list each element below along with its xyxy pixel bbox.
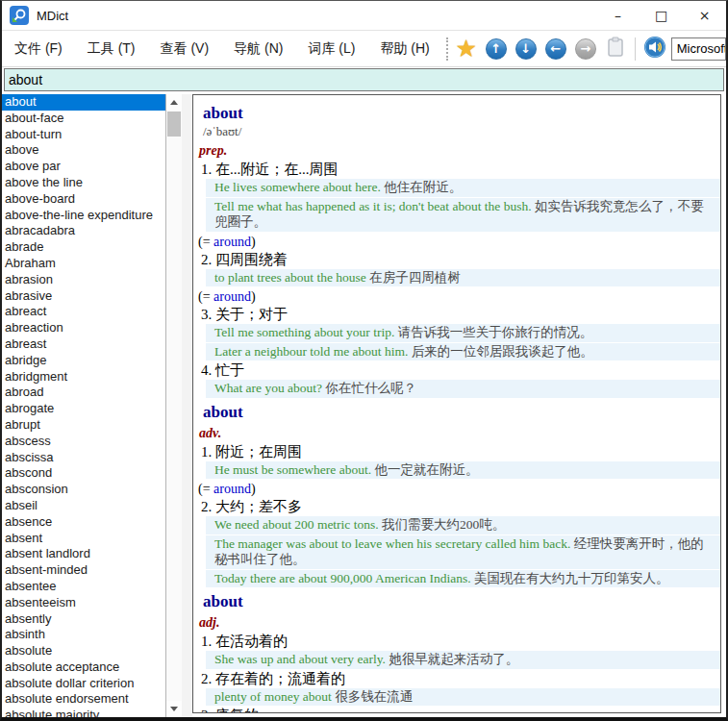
scroll-down-button[interactable]: ↓ bbox=[515, 37, 538, 61]
word-list-item[interactable]: above-the-line expenditure bbox=[2, 208, 165, 224]
scroll-up-button[interactable]: ↑ bbox=[485, 37, 508, 61]
word-list-item[interactable]: about-face bbox=[2, 111, 165, 127]
example-chinese: 他一定就在附近。 bbox=[374, 462, 478, 477]
menu-library[interactable]: 词库 (L) bbox=[295, 40, 367, 58]
arrow-up-icon: ↑ bbox=[486, 38, 507, 60]
word-list-item[interactable]: abrade bbox=[2, 239, 165, 256]
word-list-item[interactable]: absenteeism bbox=[2, 595, 165, 611]
menu-help[interactable]: 帮助 (H) bbox=[367, 40, 441, 58]
synonym-link[interactable]: around bbox=[213, 235, 251, 249]
word-list-item[interactable]: absent-minded bbox=[2, 562, 165, 579]
sense-number: 3. bbox=[201, 307, 215, 322]
example-sentence: Tell me what has happened as it is; don'… bbox=[206, 198, 720, 232]
word-list-item[interactable]: absolute dollar criterion bbox=[2, 676, 165, 692]
word-list-item[interactable]: abreact bbox=[2, 304, 165, 320]
word-list-item[interactable]: absence bbox=[2, 514, 165, 531]
example-chinese: 你在忙什么呢？ bbox=[325, 381, 416, 395]
menu-navigate[interactable]: 导航 (N) bbox=[221, 40, 295, 58]
word-list-item[interactable]: abseil bbox=[2, 498, 165, 514]
mdict-app-icon bbox=[10, 6, 29, 25]
word-list-item[interactable]: abrogate bbox=[2, 401, 165, 417]
example-chinese: 后来的一位邻居跟我谈起了他。 bbox=[412, 344, 593, 359]
example-chinese: 请告诉我一些关于你旅行的情况。 bbox=[398, 325, 593, 339]
word-list-item[interactable]: abscissa bbox=[2, 450, 165, 466]
word-list-item[interactable]: absinth bbox=[2, 627, 165, 643]
word-list-item[interactable]: above the line bbox=[2, 175, 165, 191]
synonym-link[interactable]: around bbox=[213, 482, 251, 496]
favorites-button[interactable]: ★ bbox=[455, 37, 478, 61]
scrollbar-up-arrow-icon[interactable] bbox=[166, 94, 182, 111]
example-english: We need about 200 metric tons. bbox=[214, 517, 379, 532]
panel-splitter[interactable] bbox=[182, 94, 192, 717]
maximize-button[interactable]: □ bbox=[640, 1, 683, 30]
example-chinese: 在房子四周植树 bbox=[369, 270, 461, 285]
title-bar: MDict –□× bbox=[2, 1, 726, 31]
example-english: Later a neighbour told me about him. bbox=[214, 344, 408, 359]
word-list-item[interactable]: about-turn bbox=[2, 127, 165, 143]
menu-tools[interactable]: 工具 (T) bbox=[75, 40, 148, 58]
word-list-item[interactable]: above-board bbox=[2, 191, 165, 208]
search-bar bbox=[2, 67, 726, 94]
word-list-item[interactable]: absentee bbox=[2, 579, 165, 595]
forward-button[interactable]: → bbox=[574, 37, 597, 61]
word-list-item[interactable]: Abraham bbox=[2, 256, 165, 272]
word-list-item[interactable]: abscess bbox=[2, 434, 165, 450]
paste-button[interactable] bbox=[604, 37, 627, 61]
synonym-prefix: (= bbox=[198, 235, 213, 249]
word-list-item[interactable]: absolute endorsement bbox=[2, 691, 165, 708]
word-list: aboutabout-faceabout-turnaboveabove para… bbox=[2, 94, 165, 717]
word-list-item[interactable]: absconsion bbox=[2, 482, 165, 498]
word-list-item[interactable]: absent landlord bbox=[2, 546, 165, 562]
dictionary-entry: about/əˈbaʊt/prep.1. 在...附近；在...周围He liv… bbox=[193, 104, 720, 398]
word-list-item[interactable]: above bbox=[2, 142, 165, 159]
word-list-item[interactable]: about bbox=[2, 94, 165, 111]
dictionary-select[interactable]: Microsoft Huihui Desktop - bbox=[671, 37, 726, 61]
example-english: Tell me something about your trip. bbox=[214, 325, 394, 339]
sense-definition: 4. 忙于 bbox=[201, 361, 720, 379]
definition-text: 大约；差不多 bbox=[215, 499, 302, 514]
back-button[interactable]: ← bbox=[544, 37, 567, 61]
synonym-link[interactable]: around bbox=[213, 289, 251, 304]
sense-number: 1. bbox=[201, 162, 215, 177]
menu-view[interactable]: 查看 (V) bbox=[148, 40, 222, 58]
word-list-item[interactable]: abridgment bbox=[2, 369, 165, 385]
word-list-item[interactable]: abroad bbox=[2, 385, 165, 401]
word-list-item[interactable]: abrasive bbox=[2, 288, 165, 305]
example-sentence: He must be somewhere about. 他一定就在附近。 bbox=[206, 461, 720, 480]
example-chinese: 她很早就起来活动了。 bbox=[389, 652, 518, 666]
example-english: What are you about? bbox=[214, 381, 322, 395]
word-list-item[interactable]: abridge bbox=[2, 353, 165, 369]
close-button[interactable]: × bbox=[683, 1, 726, 30]
example-chinese: 美国现在有大约九十万印第安人。 bbox=[474, 571, 669, 585]
word-list-item[interactable]: abracadabra bbox=[2, 223, 165, 239]
word-list-item[interactable]: above par bbox=[2, 159, 165, 175]
minimize-button[interactable]: – bbox=[596, 1, 640, 30]
speak-button[interactable] bbox=[643, 37, 666, 61]
scrollbar-thumb[interactable] bbox=[167, 112, 181, 137]
example-sentence: We need about 200 metric tons. 我们需要大约200… bbox=[206, 516, 720, 535]
synonym-suffix: ) bbox=[251, 289, 256, 304]
word-list-item[interactable]: absolute acceptance bbox=[2, 659, 165, 676]
menu-file[interactable]: 文件 (F) bbox=[2, 40, 75, 58]
word-list-scrollbar[interactable] bbox=[165, 94, 182, 717]
sense-number: 1. bbox=[201, 444, 215, 460]
word-list-item[interactable]: absolute majority bbox=[2, 708, 165, 717]
scrollbar-down-arrow-icon[interactable] bbox=[166, 701, 182, 717]
window-controls: –□× bbox=[596, 1, 726, 30]
sense-definition: 2. 四周围绕着 bbox=[201, 251, 720, 268]
word-list-item[interactable]: abreaction bbox=[2, 320, 165, 336]
word-list-item[interactable]: abreast bbox=[2, 336, 165, 353]
word-list-item[interactable]: absent bbox=[2, 531, 165, 547]
example-english: Today there are about 900,000 American I… bbox=[214, 571, 471, 585]
window-title: MDict bbox=[37, 9, 68, 23]
search-input[interactable] bbox=[4, 68, 724, 91]
word-list-item[interactable]: absolute bbox=[2, 643, 165, 659]
word-list-item[interactable]: absently bbox=[2, 611, 165, 628]
word-list-item[interactable]: abrupt bbox=[2, 417, 165, 434]
clipboard-icon bbox=[607, 37, 624, 61]
example-english: He must be somewhere about. bbox=[214, 462, 371, 477]
definition-text: 四周围绕着 bbox=[215, 252, 288, 267]
word-list-item[interactable]: abrasion bbox=[2, 272, 165, 288]
example-english: The manager was about to leave when his … bbox=[214, 536, 570, 551]
word-list-item[interactable]: abscond bbox=[2, 465, 165, 482]
